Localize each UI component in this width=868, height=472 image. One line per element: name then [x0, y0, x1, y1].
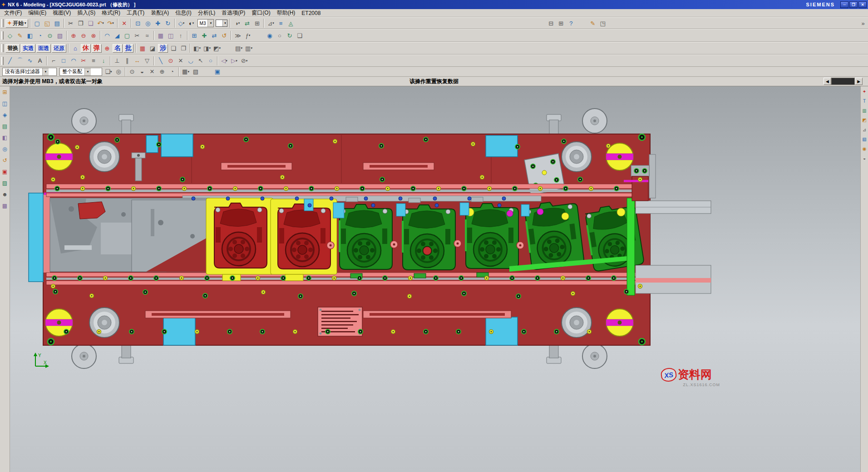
chevron-down-icon[interactable]: ▾ — [42, 68, 49, 75]
view-popup-icon[interactable]: ◳ — [598, 18, 608, 28]
move-component-icon[interactable]: ⇄ — [209, 30, 219, 40]
intersect-icon[interactable]: ⊗ — [89, 30, 99, 40]
arc-icon[interactable]: ⌒ — [15, 56, 25, 66]
replace-button[interactable]: 替换 — [5, 44, 20, 53]
filter-faces-icon[interactable]: ◧▾ — [192, 43, 202, 53]
paste-icon[interactable]: ❏ — [86, 18, 96, 28]
spring-button[interactable]: 弹 — [92, 44, 102, 53]
sketch-edit-icon[interactable]: ✎ — [588, 18, 598, 28]
light-icon[interactable]: ◉ — [861, 145, 868, 152]
update-session-icon[interactable]: ↻ — [285, 30, 295, 40]
replace-component-icon[interactable]: ↺ — [219, 30, 229, 40]
forming-station-3[interactable] — [339, 204, 392, 269]
target-point-icon[interactable]: ⊕ — [102, 43, 112, 53]
window-cascade-icon[interactable]: ⊟ — [546, 18, 556, 28]
boundary-icon[interactable]: ❏ — [295, 30, 305, 40]
existing-curve-icon[interactable]: ◡ — [186, 56, 196, 66]
measure-icon[interactable]: ⊿▾ — [266, 18, 276, 28]
snap-center-icon[interactable]: ⊕ — [157, 67, 167, 77]
fullscreen-icon[interactable]: ✦ — [861, 88, 868, 95]
forming-station-6[interactable] — [523, 199, 585, 270]
toolbar-grip[interactable] — [1, 57, 4, 65]
extrude-icon[interactable]: ◧ — [25, 30, 35, 40]
move-curve-icon[interactable]: ↖ — [196, 56, 206, 66]
menu-information[interactable]: 信息(I) — [172, 9, 194, 17]
display-mode-icon[interactable]: ◩▾ — [212, 43, 222, 53]
edit-display-icon[interactable]: ◉ — [265, 30, 275, 40]
toolbar-grip[interactable] — [1, 19, 4, 27]
offset-face-icon[interactable]: ↑ — [176, 30, 186, 40]
shell-icon[interactable]: ▢ — [122, 30, 132, 40]
chamfer-icon[interactable]: ◢ — [112, 30, 122, 40]
snap-intersection-icon[interactable]: ✕ — [147, 67, 157, 77]
selection-filter-dropdown[interactable]: 没有选择过滤器 ▾ — [2, 68, 57, 76]
show-component-icon[interactable]: ○ — [275, 30, 285, 40]
menu-preferences[interactable]: 首选项(P) — [218, 9, 248, 17]
menu-file[interactable]: 文件(F) — [1, 9, 25, 17]
scroll-track[interactable] — [831, 78, 855, 85]
fillet-icon[interactable]: ◠ — [69, 56, 79, 66]
intersection-point-icon[interactable]: ✕ — [176, 56, 186, 66]
snap-endpoint-icon[interactable]: ⊙ — [127, 67, 137, 77]
add-component-icon[interactable]: ✚ — [199, 30, 209, 40]
wade-button[interactable]: 涉 — [158, 44, 168, 53]
rotate-view-icon[interactable]: ↻ — [163, 18, 173, 28]
tool-name-plate[interactable] — [318, 307, 362, 336]
web-browser-icon[interactable]: ◎ — [1, 145, 9, 153]
menu-tools[interactable]: 工具(T) — [123, 9, 148, 17]
clip-section-icon[interactable]: ◒ — [861, 155, 868, 162]
subtract-icon[interactable]: ⊖ — [79, 30, 89, 40]
more-curves-icon[interactable]: ⊘▾ — [239, 56, 249, 66]
circle-icon[interactable]: ○ — [206, 56, 216, 66]
scroll-left-icon[interactable]: ◀ — [824, 78, 831, 85]
cut-icon[interactable]: ✂ — [66, 18, 76, 28]
view-combo[interactable]: M3▾ — [197, 19, 214, 27]
measure-tool-icon[interactable]: ⊿ — [861, 126, 868, 133]
toolbar-grip[interactable] — [1, 44, 4, 52]
highlight-icon[interactable]: ◎ — [113, 67, 123, 77]
show-hide-icon[interactable]: ◑▾ — [232, 18, 242, 28]
orient-view-icon[interactable]: ◇▾ — [177, 18, 187, 28]
expressions-icon[interactable]: ƒ▾ — [243, 30, 253, 40]
render-style-icon[interactable]: ◐▾ — [187, 18, 197, 28]
datum-plane-icon[interactable]: ◇ — [5, 30, 15, 40]
dimension-icon[interactable]: ↔ — [132, 56, 142, 66]
save-icon[interactable]: ▤ — [52, 18, 62, 28]
roles-icon[interactable]: ☻ — [1, 190, 9, 199]
spline-icon[interactable]: ∿ — [25, 56, 35, 66]
toolbar-overflow-icon[interactable]: » — [858, 18, 868, 28]
selection-scope-dropdown[interactable]: 整个装配 ▾ — [59, 68, 102, 76]
open-file-icon[interactable]: ◱ — [42, 18, 52, 28]
snap-quadrant-icon[interactable]: ◔ — [167, 67, 177, 77]
information-icon[interactable]: ≡ — [276, 18, 286, 28]
project-curve-icon[interactable]: ↓ — [99, 56, 108, 66]
object-color-swatch[interactable]: ▾ — [216, 20, 227, 27]
menu-help[interactable]: 帮助(H) — [274, 9, 299, 17]
batch-button[interactable]: 批 — [123, 44, 133, 53]
forming-station-1[interactable] — [214, 203, 267, 268]
snap-view-icon[interactable]: ⊞ — [252, 18, 262, 28]
frame-select-icon[interactable]: ❏ — [168, 43, 178, 53]
home-view-icon[interactable]: ⌂ — [70, 43, 80, 53]
line-icon[interactable]: ╱ — [5, 56, 15, 66]
restore-button[interactable]: 还原 — [52, 44, 66, 53]
copy-icon[interactable]: ❐ — [76, 18, 86, 28]
die-assembly[interactable] — [29, 109, 711, 368]
hole-icon[interactable]: ⊙ — [45, 30, 55, 40]
parallel-constraint-icon[interactable]: ∥ — [122, 56, 132, 66]
trim-body-icon[interactable]: ✂ — [132, 30, 142, 40]
pan-icon[interactable]: ✚ — [153, 18, 163, 28]
reuse-library-icon[interactable]: ▤ — [1, 122, 9, 130]
menu-window[interactable]: 窗口(O) — [248, 9, 273, 17]
forming-station-4[interactable] — [402, 205, 455, 270]
menu-assemblies[interactable]: 装配(A) — [148, 9, 172, 17]
view-cube-icon[interactable]: ▣ — [212, 67, 222, 77]
redo-icon[interactable]: ↷▾ — [106, 18, 116, 28]
chevron-down-icon[interactable]: ▾ — [84, 68, 91, 75]
assembly-navigator-icon[interactable]: ⊞ — [1, 88, 9, 96]
delete-icon[interactable]: ✕ — [119, 18, 129, 28]
menu-insert[interactable]: 插入(S) — [74, 9, 99, 17]
history-icon[interactable]: ↺ — [1, 156, 9, 164]
sheet-metal-strip[interactable] — [50, 198, 210, 272]
solid-transparent-button[interactable]: 实透 — [21, 44, 35, 53]
